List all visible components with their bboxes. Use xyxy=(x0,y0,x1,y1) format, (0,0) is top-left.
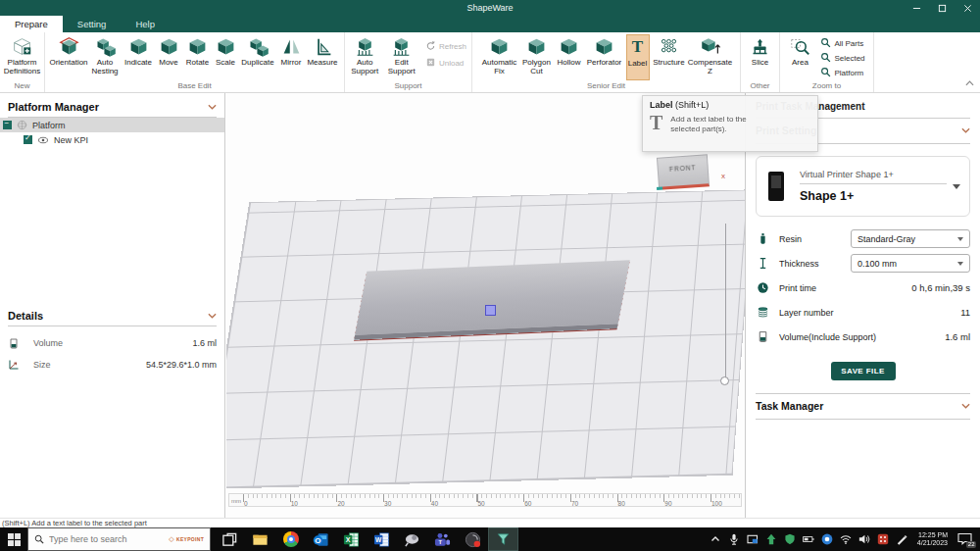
ruler-tick-label: 40 xyxy=(431,500,438,507)
platform-manager-collapse-icon[interactable] xyxy=(208,104,217,110)
auto-nesting-button[interactable]: Auto Nesting xyxy=(89,34,121,80)
shield-icon[interactable] xyxy=(784,533,796,545)
excel-icon[interactable]: X xyxy=(336,527,367,551)
task-view-icon[interactable] xyxy=(215,527,245,551)
group-label-senior-edit: Senior Edit xyxy=(475,80,737,92)
model-selection-handle[interactable] xyxy=(485,305,496,316)
polygon-cut-button[interactable]: Polygon Cut xyxy=(521,34,553,80)
microphone-icon[interactable] xyxy=(728,533,740,545)
blue-circle-icon[interactable] xyxy=(821,533,833,545)
unload-button[interactable]: Unload xyxy=(425,57,466,70)
compensate-z-button[interactable]: Compensate Z xyxy=(689,34,732,80)
volume-beaker-icon xyxy=(8,337,20,350)
view-cube[interactable]: FRONT xyxy=(657,154,710,190)
scale-icon xyxy=(216,34,236,59)
edit-support-button[interactable]: Edit Support xyxy=(384,34,417,80)
volume-support-value: 1.6 ml xyxy=(945,331,970,342)
tooltip-body: Add a text label to the selected part(s)… xyxy=(670,112,773,134)
platform-globe-icon xyxy=(17,120,27,130)
slice-button[interactable]: Slice xyxy=(746,34,775,80)
ribbon-collapse-icon[interactable] xyxy=(965,73,974,90)
area-button[interactable]: Area xyxy=(786,34,813,80)
platform-manager-title: Platform Manager xyxy=(8,101,99,113)
tree-item-platform[interactable]: Platform xyxy=(0,118,224,132)
orientation-button[interactable]: Orientation xyxy=(51,34,86,80)
move-button[interactable]: Move xyxy=(156,34,181,80)
ruler-tick-label: 60 xyxy=(524,500,531,507)
taskbar-apps: OXWT xyxy=(215,527,518,551)
save-file-button[interactable]: SAVE FILE xyxy=(831,362,896,380)
ruler-tick-label: 30 xyxy=(384,500,391,507)
zoom-selected-button[interactable]: Selected xyxy=(820,52,864,65)
chrome-icon[interactable] xyxy=(275,527,306,551)
polygon-cut-icon xyxy=(526,34,547,59)
structure-button[interactable]: Structure xyxy=(653,34,686,80)
perforator-icon xyxy=(594,34,614,59)
wifi-icon[interactable] xyxy=(840,533,852,545)
tooltip-label-icon: T xyxy=(650,112,662,134)
zoom-all-parts-icon xyxy=(820,37,831,50)
label-button[interactable]: TLabel xyxy=(626,34,650,80)
chevron-up-icon[interactable] xyxy=(710,533,721,545)
file-explorer-icon[interactable] xyxy=(245,527,275,551)
indicate-button[interactable]: Indicate xyxy=(123,34,153,80)
tab-setting[interactable]: Setting xyxy=(63,16,122,32)
ribbon-group-base-edit: Orientation Auto Nesting Indicate Move R… xyxy=(45,32,345,92)
start-button[interactable] xyxy=(0,527,27,551)
taskbar-search[interactable]: KEYPOINT xyxy=(27,527,211,551)
taskbar-clock[interactable]: 12:25 PM 4/21/2023 xyxy=(914,531,951,547)
thickness-select[interactable]: 0.100 mm xyxy=(851,254,970,273)
resin-select[interactable]: Standard-Gray xyxy=(851,229,970,248)
detail-row-size: Size 54.5*29.6*1.0 mm xyxy=(8,354,217,376)
outlook-icon[interactable]: O xyxy=(306,527,336,551)
taskbar: KEYPOINT OXWT 12:25 PM 4/21/2023 22 xyxy=(0,527,980,551)
printer-selector[interactable]: Virtual Printer Shape 1+ Shape 1+ xyxy=(756,156,970,217)
search-input[interactable] xyxy=(49,534,147,544)
viewport-3d[interactable]: FRONT x mm 0102030405060708090100 xyxy=(226,93,745,518)
tree-item-new-kpi[interactable]: New KPI xyxy=(0,132,224,147)
height-indicator-handle[interactable] xyxy=(720,376,729,385)
snip-sketch-icon[interactable] xyxy=(397,527,427,551)
notification-center-icon[interactable]: 22 xyxy=(957,531,975,547)
perforator-button[interactable]: Perforator xyxy=(586,34,623,80)
rotate-button[interactable]: Rotate xyxy=(184,34,211,80)
automatic-fix-button[interactable]: Automatic Fix xyxy=(481,34,518,80)
shapeware-icon[interactable] xyxy=(488,527,518,551)
tab-help[interactable]: Help xyxy=(121,16,170,32)
visibility-eye-icon[interactable] xyxy=(37,134,49,146)
details-collapse-icon[interactable] xyxy=(208,313,217,319)
search-icon xyxy=(34,534,44,544)
measure-button[interactable]: Measure xyxy=(307,34,338,80)
close-button[interactable] xyxy=(955,0,980,16)
duplicate-button[interactable]: Duplicate xyxy=(240,34,275,80)
maximize-button[interactable] xyxy=(929,0,955,16)
green-arrow-icon[interactable] xyxy=(765,533,777,545)
volume-icon[interactable] xyxy=(858,533,870,545)
auto-support-button[interactable]: Auto Support xyxy=(348,34,381,80)
snip-icon[interactable] xyxy=(747,533,759,545)
word-icon[interactable]: W xyxy=(367,527,397,551)
print-setting-collapse-icon[interactable] xyxy=(961,127,970,133)
pen-icon[interactable] xyxy=(896,533,907,545)
battery-icon[interactable] xyxy=(803,533,814,545)
zoom-platform-button[interactable]: Platform xyxy=(820,67,864,79)
thickness-icon xyxy=(756,257,770,270)
scale-button[interactable]: Scale xyxy=(214,34,237,80)
kpi-checkbox[interactable] xyxy=(24,135,32,144)
model-slab[interactable] xyxy=(354,260,630,340)
task-manager-collapse-icon[interactable] xyxy=(961,403,970,409)
red-grid-icon[interactable] xyxy=(877,533,889,545)
tab-prepare[interactable]: Prepare xyxy=(0,16,63,32)
mirror-button[interactable]: Mirror xyxy=(278,34,304,80)
refresh-button[interactable]: Refresh xyxy=(425,40,466,53)
screen-recorder-icon[interactable] xyxy=(458,527,488,551)
printer-dropdown-icon[interactable] xyxy=(953,184,960,189)
zoom-all-parts-button[interactable]: All Parts xyxy=(820,37,864,50)
platform-definitions-button[interactable]: Platform Definitions xyxy=(3,34,41,80)
minimize-button[interactable] xyxy=(904,0,929,16)
volume-support-row: Volume(Include Support) 1.6 ml xyxy=(756,325,970,349)
teams-icon[interactable]: T xyxy=(427,527,458,551)
hollow-button[interactable]: Hollow xyxy=(556,34,583,80)
build-platform-grid xyxy=(226,189,745,489)
tree-expander-icon[interactable] xyxy=(3,121,12,129)
